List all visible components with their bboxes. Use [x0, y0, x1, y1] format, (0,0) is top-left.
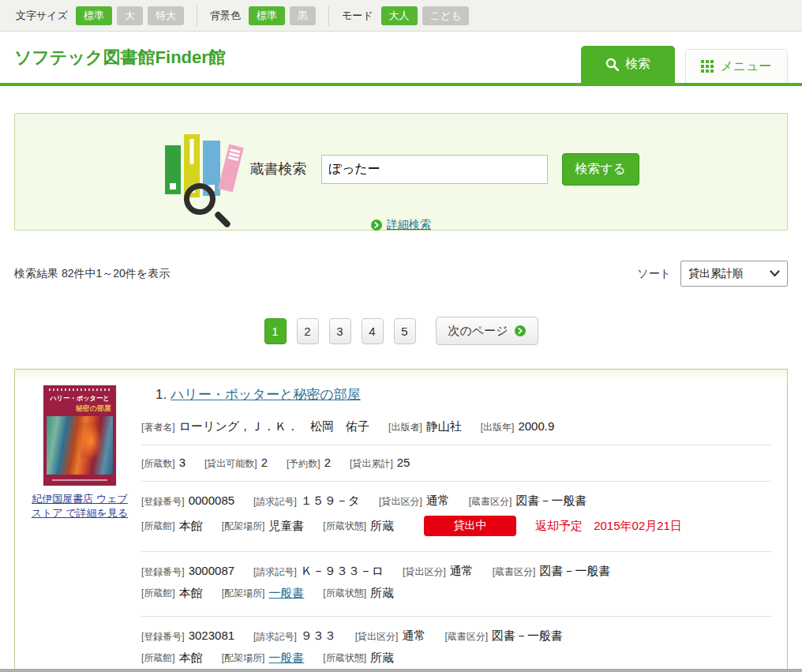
arrow-circle-icon [371, 220, 382, 231]
page-button-2[interactable]: 2 [297, 318, 319, 344]
reg-number-value: 3000087 [189, 564, 234, 577]
shelf-value: 児童書 [268, 519, 304, 534]
holding-row: [登録番号] 3000087 [請求記号] Ｋ－９３３－ロ [貸出区分] 通常 … [141, 562, 771, 606]
font-size-group: 文字サイズ 標準 大 特大 [16, 6, 184, 25]
mode-kids-button[interactable]: こども [422, 6, 470, 25]
status-value: 所蔵 [370, 651, 394, 666]
reg-number-value: 3023081 [189, 629, 234, 642]
kinokuniya-store-link[interactable]: 紀伊国屋書店 ウェブストア で詳細を見る [31, 492, 129, 520]
page-button-5[interactable]: 5 [394, 318, 416, 344]
status-label: [所蔵状態] [323, 651, 366, 665]
font-size-large-button[interactable]: 大 [117, 6, 143, 25]
holdings-count-value: 3 [179, 456, 186, 469]
site-title: ソフテック図書館Finder館 [14, 46, 226, 69]
due-date-value: 2015年02月21日 [594, 519, 682, 532]
next-page-label: 次のページ [448, 324, 508, 339]
sort-select[interactable]: 貸出累計順 [680, 261, 788, 287]
font-size-xlarge-button[interactable]: 特大 [148, 6, 184, 25]
results-bar: 検索結果 82件中1～20件を表示 ソート 貸出累計順 [14, 261, 788, 287]
search-input[interactable] [321, 155, 548, 184]
loan-type-label: [貸出区分] [355, 630, 399, 644]
bg-standard-button[interactable]: 標準 [249, 6, 285, 25]
reservation-count-value: 2 [324, 456, 331, 469]
shelf-location-link[interactable]: 一般書 [268, 651, 304, 666]
result-item: ハリー・ポッターと 秘密の部屋 紀伊国屋書店 ウェブストア で詳細を見る 1. … [14, 369, 788, 672]
search-submit-button[interactable]: 検索する [562, 153, 639, 186]
holdings-count-label: [所蔵数] [141, 457, 175, 471]
due-date-label: 返却予定 [535, 519, 583, 532]
font-size-standard-button[interactable]: 標準 [76, 6, 112, 25]
page-button-4[interactable]: 4 [362, 318, 384, 344]
divider [197, 6, 197, 26]
shelf-label: [配架場所] [222, 587, 265, 600]
results-summary: 検索結果 82件中1～20件を表示 [14, 267, 170, 281]
page-button-1[interactable]: 1 [264, 318, 287, 344]
collection-type-label: [蔵書区分] [444, 630, 488, 644]
status-value: 所蔵 [370, 519, 394, 534]
site-header: ソフテック図書館Finder館 検索 メニュー [0, 32, 802, 83]
catalog-search-label: 蔵書検索 [250, 160, 307, 178]
status-value: 所蔵 [370, 586, 394, 601]
tab-search-label: 検索 [625, 56, 650, 73]
result-item-media: ハリー・ポッターと 秘密の部屋 紀伊国屋書店 ウェブストア で詳細を見る [31, 385, 129, 672]
loan-type-value: 通常 [402, 629, 425, 644]
shelf-location-link[interactable]: 一般書 [268, 586, 304, 601]
bg-black-button[interactable]: 黒 [290, 6, 316, 25]
accessibility-bar: 文字サイズ 標準 大 特大 背景色 標準 黒 モード 大人 こども [0, 0, 802, 32]
reservation-count-label: [予約数] [287, 457, 320, 471]
publisher-value: 静山社 [426, 419, 462, 434]
mode-adult-button[interactable]: 大人 [381, 6, 418, 25]
pagination: 1 2 3 4 5 次のページ [0, 317, 802, 345]
collection-type-label: [蔵書区分] [469, 495, 512, 509]
tab-menu[interactable]: メニュー [685, 49, 788, 83]
cover-title-line2: 秘密の部屋 [43, 404, 116, 414]
advanced-search-link[interactable]: 詳細検索 [387, 218, 431, 232]
search-panel: 蔵書検索 検索する 詳細検索 [14, 113, 788, 231]
call-number-label: [請求記号] [253, 495, 297, 509]
library-value: 本館 [179, 519, 203, 534]
library-value: 本館 [179, 651, 203, 666]
arrow-circle-icon [515, 325, 526, 336]
library-value: 本館 [179, 586, 203, 601]
library-search-page: 文字サイズ 標準 大 特大 背景色 標準 黒 モード 大人 こども ソフテック図… [0, 0, 802, 672]
call-number-label: [請求記号] [253, 565, 297, 579]
year-value: 2000.9 [518, 419, 554, 433]
menu-grid-icon [701, 60, 714, 73]
holding-row: [登録番号] 3023081 [請求記号] ９３３ [貸出区分] 通常 [蔵書区… [141, 627, 771, 670]
sort-label: ソート [637, 267, 671, 281]
mode-label: モード [342, 9, 373, 23]
cover-title-line1: ハリー・ポッターと [47, 394, 114, 404]
result-title-link[interactable]: ハリー・ポッターと秘密の部屋 [171, 387, 361, 402]
divider [141, 616, 771, 617]
publisher-label: [出版者] [388, 421, 422, 434]
loan-type-label: [貸出区分] [379, 495, 422, 509]
book-cover-image: ハリー・ポッターと 秘密の部屋 [43, 385, 116, 486]
call-number-label: [請求記号] [253, 630, 297, 644]
page-button-3[interactable]: 3 [329, 318, 351, 344]
tab-search[interactable]: 検索 [581, 46, 675, 83]
loan-total-label: [貸出累計] [350, 457, 393, 471]
tab-menu-label: メニュー [720, 58, 771, 75]
bibliographic-row: [著者名] ローリング，Ｊ．Ｋ． 松岡 佑子 [出版者] 静山社 [出版年] 2… [141, 419, 771, 434]
result-item-details: 1. ハリー・ポッターと秘密の部屋 [著者名] ローリング，Ｊ．Ｋ． 松岡 佑子… [141, 385, 771, 672]
loan-total-value: 25 [397, 456, 410, 469]
available-count-label: [貸出可能数] [204, 457, 257, 471]
available-count-value: 2 [261, 456, 268, 469]
collection-type-value: 図書－一般書 [492, 629, 563, 644]
divider [141, 481, 771, 482]
next-page-button[interactable]: 次のページ [436, 317, 538, 345]
cover-illustration [47, 416, 113, 475]
font-size-label: 文字サイズ [16, 9, 68, 23]
call-number-value: Ｋ－９３３－ロ [301, 564, 384, 579]
library-label: [所蔵館] [141, 520, 175, 533]
divider [141, 445, 771, 445]
collection-type-value: 図書－一般書 [539, 564, 610, 579]
result-index: 1. [156, 387, 167, 402]
reg-number-label: [登録番号] [141, 495, 185, 509]
reg-number-value: 0000085 [189, 494, 234, 507]
collection-type-value: 図書－一般書 [515, 494, 587, 509]
library-label: [所蔵館] [141, 651, 175, 665]
shelf-label: [配架場所] [222, 651, 265, 665]
call-number-value: ９３３ [301, 629, 336, 644]
reg-number-label: [登録番号] [141, 630, 185, 644]
